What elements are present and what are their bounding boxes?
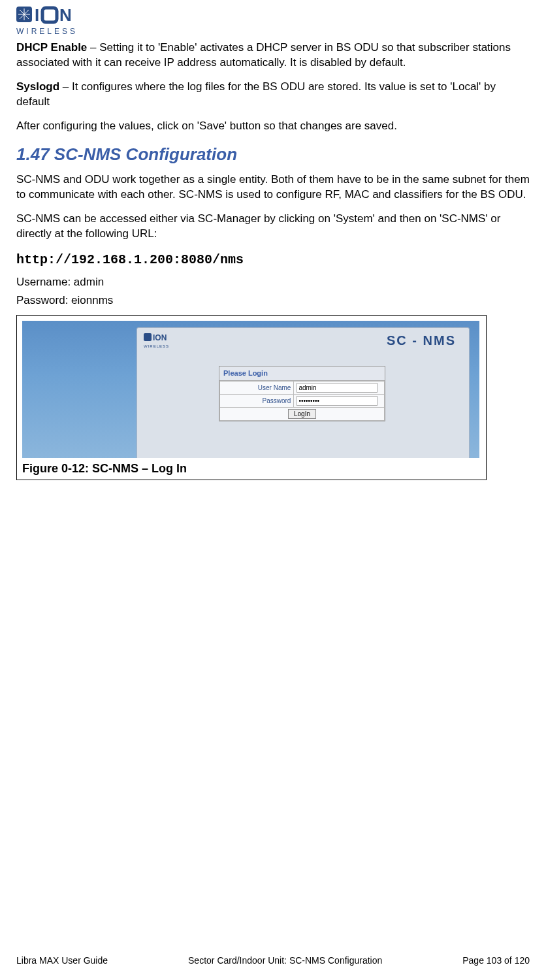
paragraph-dhcp: DHCP Enable – Setting it to 'Enable' act… xyxy=(16,41,530,71)
user-input[interactable] xyxy=(297,383,377,393)
panel-title: SC - NMS xyxy=(387,332,456,350)
svg-text:WIRELESS: WIRELESS xyxy=(144,344,169,348)
figure-caption: Figure 0-12: SC-NMS – Log In xyxy=(22,461,481,476)
paragraph-save: After configuring the values, click on '… xyxy=(16,119,530,134)
section-heading: 1.47 SC-NMS Configuration xyxy=(16,143,530,166)
login-button[interactable]: LogIn xyxy=(288,409,316,419)
page-footer: Libra MAX User Guide Sector Card/Indoor … xyxy=(16,955,530,966)
login-screenshot: ION WIRELESS SC - NMS Please Login User … xyxy=(22,321,479,458)
svg-text:I: I xyxy=(35,5,39,25)
text: – It configures where the log files for … xyxy=(16,80,496,108)
pass-input[interactable] xyxy=(297,396,377,406)
paragraph-scnms-1: SC-NMS and ODU work together as a single… xyxy=(16,172,530,203)
brand-logo: I N WIRELESS xyxy=(16,0,530,41)
svg-text:ION: ION xyxy=(153,333,167,342)
term-dhcp: DHCP Enable xyxy=(16,41,87,54)
text: – Setting it to 'Enable' activates a DHC… xyxy=(16,41,511,69)
footer-left: Libra MAX User Guide xyxy=(16,955,108,966)
svg-rect-4 xyxy=(144,333,152,341)
panel-logo-icon: ION WIRELESS xyxy=(144,332,183,355)
document-body: DHCP Enable – Setting it to 'Enable' act… xyxy=(16,41,530,480)
footer-right: Page 103 of 120 xyxy=(462,955,530,966)
login-form-title: Please Login xyxy=(219,367,385,381)
login-form: Please Login User Name Password Log xyxy=(219,366,385,421)
figure-container: ION WIRELESS SC - NMS Please Login User … xyxy=(16,315,487,480)
password-line: Password: eionnms xyxy=(16,293,530,308)
brand-sub: WIRELESS xyxy=(16,27,78,36)
pass-label: Password xyxy=(220,395,294,408)
footer-center: Sector Card/Indoor Unit: SC-NMS Configur… xyxy=(188,955,382,966)
paragraph-scnms-2: SC-NMS can be accessed either via SC-Man… xyxy=(16,212,530,242)
username-line: Username: admin xyxy=(16,275,530,290)
user-label: User Name xyxy=(220,382,294,395)
term-syslogd: Syslogd xyxy=(16,80,59,93)
svg-rect-2 xyxy=(42,8,57,22)
paragraph-syslogd: Syslogd – It configures where the log fi… xyxy=(16,80,530,110)
url-text: http://192.168.1.200:8080/nms xyxy=(16,251,530,269)
svg-text:N: N xyxy=(59,5,72,25)
login-panel: ION WIRELESS SC - NMS Please Login User … xyxy=(136,327,470,458)
